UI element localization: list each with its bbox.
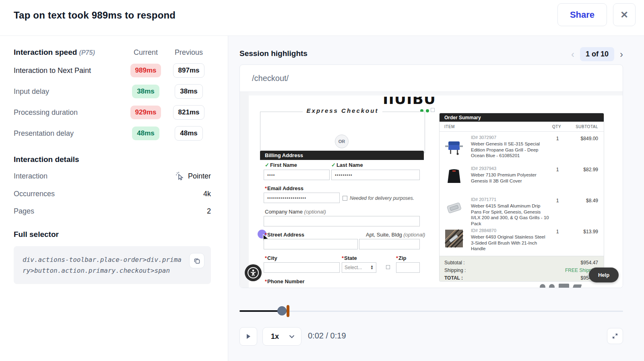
required-asterisk: *	[342, 255, 344, 261]
metric-current-badge: 48ms	[132, 127, 159, 140]
required-asterisk: *	[265, 185, 267, 191]
company-field	[264, 216, 420, 226]
valid-check-icon: ✓	[265, 162, 269, 168]
copy-selector-button[interactable]	[189, 253, 204, 268]
col-qty: QTY	[552, 124, 561, 129]
pointer-click-icon	[175, 171, 185, 181]
metric-label: Interaction to Next Paint	[14, 65, 125, 77]
column-header-current: Current	[125, 48, 167, 57]
subtotal-value: $954.47	[581, 260, 598, 266]
help-button: Help	[589, 268, 619, 282]
replay-url: /checkout/	[252, 74, 289, 83]
detail-value: 2	[207, 207, 211, 216]
title-suffix: took 989ms to respond	[65, 10, 175, 21]
state-label: *State	[342, 255, 357, 261]
playback-speed-value: 1x	[271, 332, 279, 341]
close-icon: ✕	[620, 9, 628, 21]
order-item: ID# 2937943 Weber 7130 Premium Polyester…	[440, 163, 604, 194]
apt-label: Apt, Suite, Bldg (optional)	[366, 232, 425, 238]
product-image-grill-brush	[444, 229, 464, 248]
last-name-field: •••••••••	[331, 170, 420, 180]
state-select: Select...▲▼	[342, 262, 376, 273]
detail-row-occurrences: Occurrences 4k	[14, 190, 211, 198]
replay-viewport: IIUIBU Express Checkout OR Billing Addre…	[240, 92, 623, 288]
close-button[interactable]: ✕	[613, 3, 636, 26]
product-id: ID# 2884870	[471, 228, 496, 233]
required-asterisk: *	[265, 232, 267, 238]
metric-label: Presentation delay	[14, 128, 125, 139]
email-note: Needed for delivery purposes.	[343, 195, 414, 201]
product-name: Weber Genesis II SE-315 Special Edition …	[471, 141, 550, 159]
clipped-page-content	[549, 284, 555, 288]
order-item: ID# 2071771 Weber 6415 Small Aluminum Dr…	[440, 194, 604, 225]
valid-check-icon: ✓	[331, 162, 336, 168]
first-name-field: ••••	[264, 170, 330, 180]
interaction-speed-table: Interaction speed (P75) Current Previous…	[14, 48, 211, 141]
zip-field	[396, 262, 420, 273]
detail-row-pages: Pages 2	[14, 207, 211, 216]
product-id: ID# 2937943	[471, 166, 496, 171]
interaction-speed-heading: Interaction speed (P75)	[14, 48, 125, 57]
product-subtotal: $8.49	[586, 198, 598, 203]
session-highlights-panel: Session highlights ‹ 1 of 10 › /checkout…	[228, 36, 644, 361]
play-icon	[245, 333, 252, 340]
apt-field	[359, 239, 420, 249]
fullscreen-button[interactable]	[607, 328, 623, 344]
detail-label: Pages	[14, 207, 34, 216]
highlight-pager: ‹ 1 of 10 ›	[571, 47, 623, 61]
next-highlight-icon[interactable]: ›	[620, 50, 623, 59]
chevron-down-icon	[289, 335, 295, 338]
store-logo-text: IIUIBU	[383, 97, 437, 107]
col-subtotal: SUBTOTAL	[576, 124, 598, 129]
page-title: Tap on text took 989ms to respond	[14, 10, 175, 21]
order-summary-columns: ITEM QTY SUBTOTAL	[440, 122, 604, 132]
required-asterisk: *	[265, 255, 267, 261]
product-image-grill	[444, 136, 464, 155]
timeline-track[interactable]	[239, 311, 623, 312]
product-image-cover	[444, 167, 464, 186]
play-button[interactable]	[239, 327, 257, 346]
product-id: ID# 3072907	[471, 135, 496, 140]
delivery-checkbox	[343, 196, 347, 201]
percentile-tag: (P75)	[79, 49, 95, 56]
product-subtotal: $13.99	[583, 229, 598, 234]
metric-previous-badge: 38ms	[175, 84, 202, 99]
product-name: Weber 6415 Small Aluminum Drip Pans For …	[471, 203, 550, 226]
share-button[interactable]: Share	[557, 3, 607, 26]
playback-speed-select[interactable]: 1x	[262, 327, 301, 346]
interaction-detail-modal: Tap on text took 989ms to respond Share …	[0, 0, 644, 361]
selector-code: div.actions-toolbar.place-order>div.prim…	[23, 254, 184, 276]
express-checkout-label: Express Checkout	[250, 107, 435, 114]
select-stepper-icon: ▲▼	[370, 265, 374, 270]
accessibility-widget-icon	[245, 264, 262, 281]
prev-highlight-icon[interactable]: ‹	[571, 50, 574, 59]
order-item: ID# 2884870 Weber 6493 Original Stainles…	[440, 225, 604, 256]
order-summary: Order Summary ITEM QTY SUBTOTAL	[439, 113, 604, 282]
metrics-sidebar: Interaction speed (P75) Current Previous…	[0, 36, 228, 361]
detail-row-interaction: Interaction Pointer	[14, 171, 211, 181]
city-field	[264, 262, 340, 273]
product-id: ID# 2071771	[471, 197, 496, 202]
full-selector-heading: Full selector	[14, 230, 211, 239]
billing-address-header: Billing Address	[260, 151, 424, 160]
timeline-event-marker[interactable]	[287, 305, 289, 317]
required-asterisk: *	[265, 278, 267, 284]
modal-header: Tap on text took 989ms to respond Share …	[0, 0, 644, 36]
column-header-previous: Previous	[167, 48, 211, 57]
subtotal-label: Subtotal :	[444, 260, 465, 266]
required-asterisk: *	[396, 255, 398, 261]
phone-label: *Phone Number	[265, 278, 305, 284]
product-subtotal: $849.00	[581, 136, 598, 141]
detail-value: Pointer	[188, 172, 211, 180]
metric-previous-badge: 897ms	[173, 63, 205, 78]
metric-current-badge: 929ms	[130, 106, 161, 119]
playback-time: 0:02 / 0:19	[308, 331, 346, 340]
timeline-playhead[interactable]	[277, 306, 287, 315]
product-subtotal: $82.99	[583, 167, 598, 172]
metric-previous-badge: 48ms	[175, 126, 202, 141]
metric-label: Input delay	[14, 86, 125, 98]
col-item: ITEM	[444, 124, 455, 129]
session-replay-card: /checkout/ IIUIBU Express Checkout OR Bi…	[239, 64, 623, 288]
detail-value: 4k	[203, 190, 211, 198]
company-label: Company Name (optional)	[265, 209, 326, 215]
